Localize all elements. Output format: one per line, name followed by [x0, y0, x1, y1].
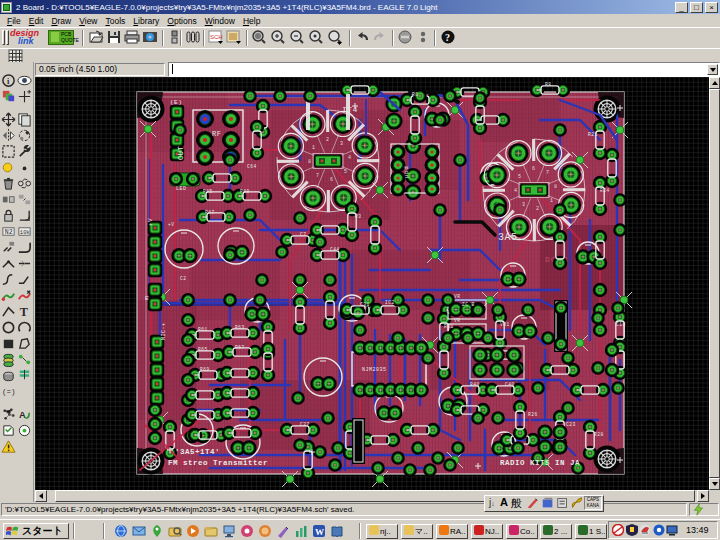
svg-text:(=): (=) [2, 388, 16, 396]
svg-text:R3: R3 [355, 214, 361, 219]
svg-text:4: 4 [514, 188, 517, 194]
svg-text:R28: R28 [594, 432, 604, 437]
svg-text:ZC B: ZC B [462, 302, 475, 307]
svg-text:T: T [20, 305, 28, 319]
svg-text:C31: C31 [360, 302, 370, 307]
svg-text:IC2: IC2 [385, 300, 395, 305]
svg-text:R31: R31 [444, 324, 454, 329]
svg-text:10k: 10k [20, 229, 31, 236]
svg-text:VR: VR [454, 318, 460, 323]
svg-text:5: 5 [344, 169, 347, 175]
svg-text:R6: R6 [412, 92, 418, 97]
svg-text:2: 2 [326, 137, 329, 143]
svg-text:C44: C44 [330, 247, 340, 252]
svg-text:?: ? [445, 32, 450, 43]
svg-text:6: 6 [330, 177, 333, 183]
svg-text:R45: R45 [203, 189, 213, 194]
svg-text:'3A5+1T4': '3A5+1T4' [175, 448, 220, 456]
svg-text:SCH: SCH [210, 34, 223, 40]
svg-text:FM streo Transmitter: FM streo Transmitter [168, 459, 268, 467]
svg-text:R21: R21 [588, 132, 598, 137]
svg-text:R47: R47 [205, 210, 215, 215]
svg-text:7: 7 [316, 173, 319, 179]
svg-text:R26: R26 [528, 412, 538, 417]
svg-text:+V: +V [168, 222, 174, 227]
svg-text:i: i [7, 76, 10, 86]
svg-text:A: A [19, 410, 26, 420]
svg-text:E: E [145, 295, 149, 302]
svg-text:7: 7 [546, 170, 549, 176]
svg-text:3: 3 [522, 202, 525, 208]
svg-text:R40: R40 [470, 382, 480, 387]
svg-text:NJM2035: NJM2035 [362, 367, 387, 373]
svg-text:C23: C23 [566, 422, 576, 427]
svg-text:3: 3 [340, 141, 343, 147]
svg-text:(E): (E) [170, 99, 182, 106]
svg-text:N2: N2 [5, 229, 13, 236]
svg-text:R8: R8 [545, 82, 551, 87]
svg-text:W: W [315, 527, 324, 537]
svg-text:OUT: OUT [177, 146, 185, 160]
svg-text:μpd: μpd [403, 166, 410, 178]
svg-text:2: 2 [536, 206, 539, 212]
svg-text:+V: +V [147, 218, 154, 226]
svg-text:R67: R67 [235, 345, 245, 350]
svg-text:R24: R24 [600, 188, 610, 193]
svg-text:LED: LED [176, 186, 187, 192]
svg-text:4: 4 [348, 155, 351, 161]
svg-text:C2: C2 [180, 276, 186, 281]
svg-text:R48: R48 [240, 189, 250, 194]
svg-text:6: 6 [532, 166, 535, 172]
svg-text:C40: C40 [505, 382, 515, 387]
svg-text:C64: C64 [247, 164, 257, 169]
svg-text:RF: RF [212, 130, 221, 138]
svg-text:VR: VR [454, 294, 460, 299]
svg-text:C19: C19 [616, 322, 626, 327]
svg-text:R63: R63 [235, 325, 245, 330]
svg-text:MIC-+: MIC-+ [161, 322, 167, 340]
svg-text:R65: R65 [198, 347, 208, 352]
svg-text:1: 1 [312, 145, 315, 151]
svg-text:C27: C27 [300, 422, 310, 427]
svg-text:C7: C7 [300, 232, 306, 237]
svg-text:5: 5 [518, 174, 521, 180]
svg-text:8: 8 [554, 184, 557, 190]
svg-text:1: 1 [550, 198, 553, 204]
svg-text:R69: R69 [200, 367, 210, 372]
svg-text:R61: R61 [198, 327, 208, 332]
svg-text:3A5: 3A5 [498, 232, 518, 243]
svg-text:8: 8 [308, 159, 311, 165]
svg-text:RADIO KITS IN JA: RADIO KITS IN JA [500, 459, 580, 467]
svg-text:VR1: VR1 [500, 322, 510, 327]
